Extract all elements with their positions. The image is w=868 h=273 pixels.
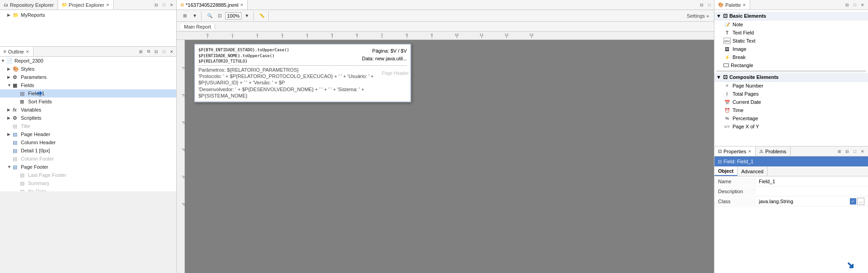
editor-min-btn[interactable]: ⊟ <box>698 1 705 9</box>
palette-item-image[interactable]: 🖼 Image <box>714 45 868 53</box>
outline-item-summary[interactable]: ▶ ▤ Summary <box>0 179 176 187</box>
props-row-description: Description <box>714 186 868 196</box>
props-min-btn[interactable]: ⊟ <box>844 148 851 155</box>
v-label-4: 4 <box>183 150 186 151</box>
outline-item-scriptlets[interactable]: ▶ ⚙ Scriptlets <box>0 114 176 122</box>
palette-icon-tab: 🎨 <box>718 2 723 7</box>
palette-close-btn[interactable]: ✕ <box>859 1 866 9</box>
palette-min-btn[interactable]: ⊟ <box>844 1 851 9</box>
report-icon-btn[interactable]: ⊞ <box>180 11 189 20</box>
outline-item-field1[interactable]: ▶ ▤ Field_1 ➜ <box>0 89 176 98</box>
outline-item-colfooter[interactable]: ▶ ▤ Column Footer <box>0 155 176 163</box>
settings-btn[interactable]: Settings » <box>684 11 712 20</box>
outline-min-btn[interactable]: ⊟ <box>153 48 160 55</box>
tab-editor-jrxml[interactable]: ⊞ *16373405228885.jrxml ✕ <box>177 0 248 10</box>
statictext-label: Static Text <box>733 38 756 44</box>
tree-arrow-fields[interactable]: ▼ <box>7 83 13 88</box>
palette-item-break[interactable]: ⚡ Break <box>714 53 868 61</box>
tree-item-myreports[interactable]: ▶ 📁 MyReports <box>0 11 176 19</box>
palette-item-statictext[interactable]: abc Static Text <box>714 37 868 45</box>
tree-arrow-pageheader[interactable]: ▶ <box>7 132 13 136</box>
textfield-icon: T <box>723 29 731 36</box>
tree-arrow-styles[interactable]: ▶ <box>7 67 13 71</box>
tab-project-close[interactable]: ✕ <box>106 3 110 7</box>
tab-palette-close[interactable]: ✕ <box>743 3 746 7</box>
palette-composite-section[interactable]: ▼ ⊡ Composite Elements <box>714 73 868 82</box>
zoom-fit-btn[interactable]: ⊡ <box>215 11 224 20</box>
tab-outline[interactable]: ≡ Outline ✕ <box>0 47 34 56</box>
close-left-btn[interactable]: ✕ <box>168 1 175 9</box>
tab-editor-close[interactable]: ✕ <box>240 3 244 7</box>
view-toggle-btn[interactable]: ▼ <box>190 11 199 20</box>
zoom-dropdown-btn[interactable]: ▼ <box>242 11 251 20</box>
tab-properties-close[interactable]: ✕ <box>748 149 752 154</box>
palette-item-pagenumber[interactable]: # Page Number <box>714 82 868 90</box>
tab-palette[interactable]: 🎨 Palette ✕ <box>714 0 750 10</box>
props-new-btn[interactable]: ⊞ <box>836 148 843 155</box>
tab-project-explorer[interactable]: 📁 Project Explorer ✕ <box>58 0 114 10</box>
outline-item-parameters[interactable]: ▶ ⚙ Parameters <box>0 73 176 81</box>
outline-item-pageheader[interactable]: ▶ ▤ Page Header <box>0 130 176 138</box>
tree-arrow-pagefooter[interactable]: ▼ <box>7 165 13 169</box>
outline-close-btn[interactable]: ✕ <box>168 48 175 55</box>
zoom-out-btn[interactable]: 🔍 <box>205 11 214 20</box>
tree-arrow-parameters[interactable]: ▶ <box>7 75 13 79</box>
data-value: new java.util... <box>375 56 407 61</box>
props-input-name[interactable] <box>759 179 864 184</box>
report-page[interactable]: $P{BTH_ENTIDADE_ESTADO}.toUpperCase() $P… <box>194 44 411 102</box>
tab-advanced[interactable]: Advanced <box>738 166 767 176</box>
props-more-class[interactable]: … <box>857 198 864 205</box>
tab-properties[interactable]: ⊡ Properties ✕ <box>714 146 756 156</box>
page-value: $V / $V <box>391 48 407 54</box>
outline-item-fields[interactable]: ▼ ▦ Fields <box>0 81 176 89</box>
composite-section-label: Composite Elements <box>729 74 779 80</box>
tree-arrow-variables[interactable]: ▶ <box>7 107 13 112</box>
palette-item-rectangle[interactable]: Rectangle <box>714 61 868 69</box>
tree-arrow-scriptlets[interactable]: ▶ <box>7 116 13 120</box>
palette-item-pagexofy[interactable]: X/Y Page X of Y <box>714 122 868 131</box>
props-close-btn[interactable]: ✕ <box>859 148 866 155</box>
props-max-btn[interactable]: □ <box>851 148 858 155</box>
outline-item-nodata[interactable]: ▶ ▤ No Data <box>0 187 176 191</box>
outline-item-colheader[interactable]: ▶ ▤ Column Header <box>0 138 176 146</box>
percentage-icon: % <box>723 115 731 122</box>
palette-basic-section[interactable]: ▼ ⊡ Basic Elements <box>714 12 868 20</box>
props-field-title-input[interactable] <box>759 159 864 164</box>
tab-repository-explorer[interactable]: 🗂 Repository Explorer <box>0 0 58 10</box>
tab-main-report[interactable]: Main Report <box>180 24 215 29</box>
tree-arrow-root[interactable]: ▼ <box>1 58 6 63</box>
minimize-left-btn[interactable]: ⊟ <box>153 1 160 9</box>
tree-arrow-myreports[interactable]: ▶ <box>7 13 13 17</box>
outline-item-variables[interactable]: ▶ fx Variables <box>0 106 176 114</box>
canvas-area[interactable]: 1 2 3 4 5 6 <box>177 40 714 273</box>
maximize-left-btn[interactable]: □ <box>160 1 168 9</box>
outline-item-lastpagefooter[interactable]: ▶ ▤ Last Page Footer <box>0 171 176 179</box>
outline-item-pagefooter[interactable]: ▼ ▤ Page Footer <box>0 163 176 171</box>
outline-max-btn[interactable]: □ <box>160 48 168 55</box>
outline-item-styles[interactable]: ▶ 🎨 Styles <box>0 65 176 73</box>
palette-max-btn[interactable]: □ <box>851 1 858 9</box>
outline-copy-btn[interactable]: ⧉ <box>145 48 152 55</box>
tab-outline-close[interactable]: ✕ <box>26 49 29 54</box>
main-report-label: Main Report <box>184 24 211 29</box>
palette-item-textfield[interactable]: T Text Field <box>714 29 868 37</box>
palette-scrollbar[interactable] <box>716 70 866 72</box>
outline-new-btn[interactable]: ⊞ <box>137 48 145 55</box>
v-label-1: 1 <box>183 68 186 70</box>
props-input-class[interactable] <box>759 199 850 204</box>
props-input-description[interactable] <box>759 189 864 194</box>
props-check-class[interactable]: ✓ <box>850 198 856 205</box>
editor-max-btn[interactable]: □ <box>706 1 713 9</box>
ruler-btn[interactable]: 📏 <box>257 11 266 20</box>
palette-item-note[interactable]: 📝 Note <box>714 20 868 29</box>
tab-object[interactable]: Object <box>714 166 738 176</box>
tab-problems[interactable]: ⚠ Problems <box>756 146 790 156</box>
palette-item-totalpages[interactable]: Σ Total Pages <box>714 90 868 98</box>
palette-item-time[interactable]: ⏰ Time <box>714 106 868 114</box>
outline-item-root[interactable]: ▼ 📄 Report_2300 <box>0 57 176 65</box>
outline-item-title[interactable]: ▶ ▤ Title <box>0 122 176 130</box>
palette-item-percentage[interactable]: % Percentage <box>714 114 868 122</box>
outline-item-detail1[interactable]: ▶ ▤ Detail 1 [0px] <box>0 146 176 155</box>
palette-item-currentdate[interactable]: 📅 Current Date <box>714 98 868 106</box>
outline-item-sortfields[interactable]: ▶ ⊞ Sort Fields <box>0 98 176 106</box>
